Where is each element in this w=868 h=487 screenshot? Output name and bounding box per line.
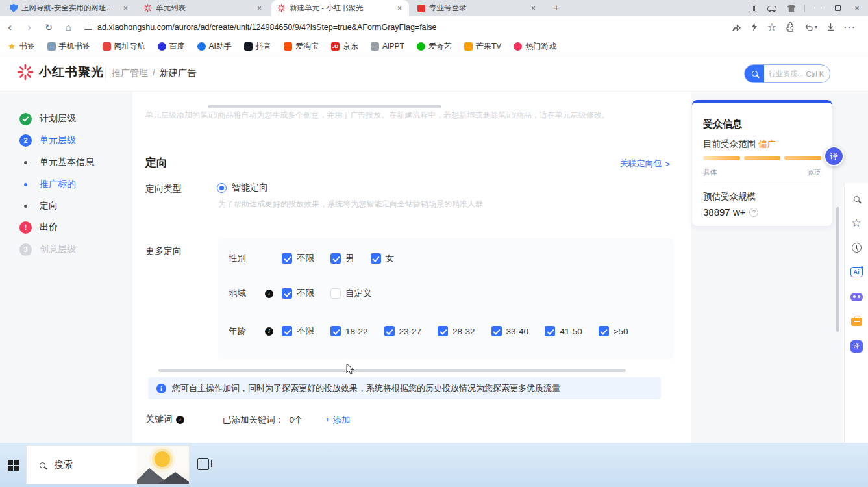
tab-close-icon[interactable]: × <box>256 4 263 13</box>
app-logo[interactable]: 小红书聚光 <box>17 64 104 81</box>
checkbox-checked-icon[interactable] <box>599 326 609 336</box>
close-button[interactable]: × <box>849 1 865 16</box>
bookmark-item[interactable]: AiPPT <box>371 42 404 51</box>
checkbox-checked-icon[interactable] <box>330 326 341 336</box>
bookmark-item[interactable]: AI助手 <box>197 41 232 52</box>
checkbox-gender-male[interactable]: 男 <box>330 253 354 264</box>
ai-panel-icon[interactable]: Ai <box>850 266 863 279</box>
checkbox-age-any[interactable]: 不限 <box>282 325 314 337</box>
bookmark-item[interactable]: 百度 <box>158 41 185 52</box>
task-view-icon[interactable] <box>197 458 209 470</box>
checkbox-checked-icon[interactable] <box>384 326 395 336</box>
keywords-row: 已添加关键词： 0个 +添加 <box>223 414 350 426</box>
reader-panel-icon[interactable] <box>744 1 761 16</box>
step-plan-level[interactable]: 计划层级 <box>19 112 76 125</box>
checkbox-age-23-27[interactable]: 23-27 <box>384 326 422 336</box>
windows-start-icon[interactable] <box>8 460 19 471</box>
site-settings-icon[interactable] <box>83 24 92 31</box>
checkbox-region-custom[interactable]: 自定义 <box>330 288 372 299</box>
checkbox-checked-icon[interactable] <box>330 253 341 264</box>
step-targeting[interactable]: 定向 <box>19 199 58 212</box>
extensions-puzzle-icon[interactable] <box>785 22 795 32</box>
translate-float-button[interactable]: 译 <box>824 146 844 166</box>
breadcrumb-promo-mgmt[interactable]: 推广管理 <box>112 68 148 79</box>
toolbox-briefcase-icon[interactable] <box>850 315 863 328</box>
bookmark-item[interactable]: 爱淘宝 <box>284 41 319 52</box>
horizontal-scrollbar[interactable] <box>208 105 441 108</box>
step-unit-basic-info[interactable]: 单元基本信息 <box>19 156 94 169</box>
search-button[interactable] <box>745 64 764 83</box>
tab-new-unit-active[interactable]: 新建单元 - 小红书聚光 × <box>271 0 409 16</box>
url-text[interactable]: ad.xiaohongshu.com/aurora/ad/create/unit… <box>97 23 437 32</box>
minimize-button[interactable] <box>810 1 826 16</box>
forward-icon[interactable]: › <box>19 21 39 34</box>
bookmark-item[interactable]: 爱奇艺 <box>417 41 452 52</box>
checkbox-age-18-22[interactable]: 18-22 <box>330 326 368 336</box>
tab-close-icon[interactable]: × <box>122 4 129 13</box>
targeting-pack-link[interactable]: 关联定向包> <box>619 158 670 169</box>
step-promo-target[interactable]: 推广标的 <box>19 178 76 191</box>
checkbox-checked-icon[interactable] <box>371 253 381 264</box>
tab-close-icon[interactable]: × <box>396 4 403 13</box>
maximize-button[interactable] <box>829 1 846 16</box>
bookmark-item[interactable]: 抖音 <box>244 41 271 52</box>
bookmark-item[interactable]: 芒果TV <box>464 41 501 52</box>
bookmark-item[interactable]: ★书签 <box>8 41 35 52</box>
lightning-icon[interactable] <box>750 22 759 32</box>
step-creative-level[interactable]: 3 创意层级 <box>19 243 76 256</box>
more-menu-icon[interactable]: ··· <box>844 22 856 32</box>
bookmark-item[interactable]: JD京东 <box>331 41 358 52</box>
checkbox-checked-icon[interactable] <box>491 326 502 336</box>
checkbox-gender-female[interactable]: 女 <box>371 253 395 264</box>
bookmark-item[interactable]: 热门游戏 <box>514 41 556 52</box>
games-gamepad-icon[interactable] <box>850 290 863 303</box>
info-icon[interactable]: i <box>265 290 273 298</box>
checkbox-checked-icon[interactable] <box>545 326 555 336</box>
checkbox-gender-any[interactable]: 不限 <box>282 253 314 264</box>
history-dropdown-icon[interactable]: ▾ <box>804 23 817 32</box>
translate-panel-icon[interactable]: 译 <box>850 340 863 353</box>
sidebar-favorites-icon[interactable]: ☆ <box>850 216 863 229</box>
checkbox-checked-icon[interactable] <box>282 288 292 299</box>
game-center-icon[interactable] <box>763 1 780 16</box>
info-icon[interactable]: i <box>265 327 273 336</box>
bookmark-item[interactable]: 网址导航 <box>103 41 145 52</box>
url-field[interactable]: ad.xiaohongshu.com/aurora/ad/create/unit… <box>83 23 731 32</box>
back-icon[interactable]: ‹ <box>0 21 19 34</box>
tab-close-icon[interactable]: × <box>530 4 537 13</box>
taskbar-search-box[interactable]: 搜索 <box>26 445 190 484</box>
step-unit-level[interactable]: 2 单元层级 <box>19 134 76 147</box>
download-icon[interactable] <box>826 22 836 32</box>
page-scrollbar-thumb[interactable] <box>836 207 839 332</box>
info-icon[interactable]: i <box>176 416 184 424</box>
share-icon[interactable] <box>731 22 741 32</box>
checkbox-age-28-32[interactable]: 28-32 <box>438 326 475 336</box>
qualification-search-box[interactable]: 行业资质... Ctrl K <box>744 64 830 83</box>
reload-icon[interactable]: ↻ <box>39 22 58 32</box>
tab-nav-site[interactable]: 上网导航-安全实用的网址导航 × <box>4 0 135 16</box>
checkbox-age-33-40[interactable]: 33-40 <box>491 326 529 336</box>
home-icon[interactable]: ⌂ <box>58 21 78 32</box>
theme-skin-icon[interactable] <box>783 1 800 16</box>
checkbox-age-50plus[interactable]: >50 <box>599 326 628 336</box>
checkbox-checked-icon[interactable] <box>438 326 448 336</box>
horizontal-scrollbar[interactable] <box>158 369 626 372</box>
checkbox-checked-icon[interactable] <box>282 253 292 264</box>
step-bidding[interactable]: ! 出价 <box>19 221 58 234</box>
tab-unit-list[interactable]: 单元列表 × <box>138 0 269 16</box>
tab-pro-login[interactable]: 专业号登录 × <box>412 0 543 16</box>
bookmark-item[interactable]: 手机书签 <box>47 41 90 52</box>
new-tab-button[interactable]: + <box>549 1 564 16</box>
bookmark-star-icon[interactable]: ☆ <box>767 21 776 33</box>
history-clock-icon[interactable] <box>850 241 863 254</box>
search-highlight-image[interactable] <box>137 446 189 484</box>
checkbox-region-any[interactable]: 不限 <box>282 288 314 299</box>
smart-targeting-radio[interactable]: 智能定向 <box>217 182 268 194</box>
checkbox-unchecked-icon[interactable] <box>330 288 341 299</box>
checkbox-checked-icon[interactable] <box>282 326 292 336</box>
question-icon[interactable]: ? <box>749 208 758 217</box>
radio-selected-icon[interactable] <box>217 183 227 193</box>
sidebar-search-icon[interactable] <box>850 192 863 205</box>
add-keyword-button[interactable]: +添加 <box>325 414 351 426</box>
checkbox-age-41-50[interactable]: 41-50 <box>545 326 582 336</box>
